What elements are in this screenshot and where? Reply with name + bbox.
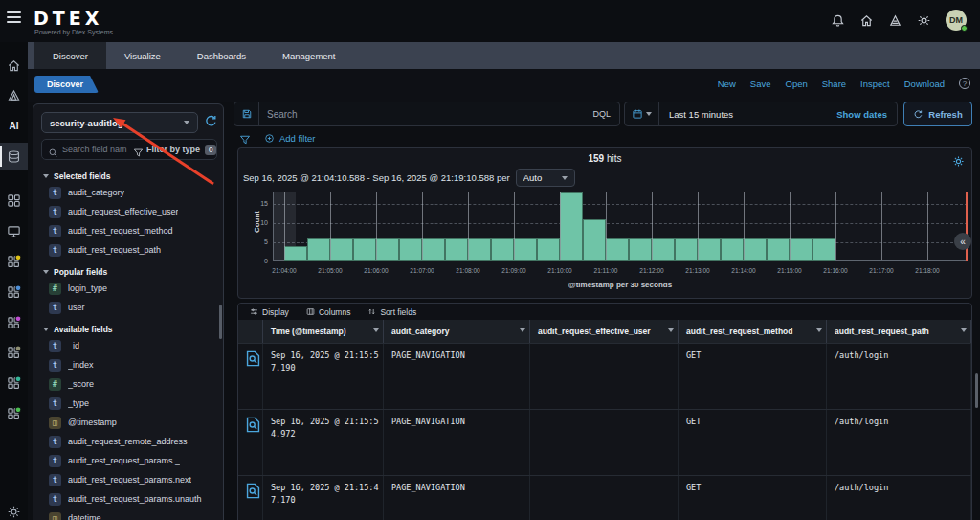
histogram-bar[interactable] (514, 238, 537, 261)
field-item[interactable]: tuser (33, 298, 223, 317)
column-header[interactable]: audit_rest_request_path (827, 320, 971, 343)
query-language-label[interactable]: DQL (592, 109, 619, 119)
calendar-icon[interactable] (625, 102, 659, 125)
field-item[interactable]: taudit_rest_request_method (33, 221, 223, 240)
expand-document-icon[interactable] (244, 426, 262, 436)
field-item[interactable]: taudit_rest_request_params._ (33, 451, 223, 470)
rail-item-workspace-blue[interactable] (0, 279, 28, 305)
rail-item-workspace-magenta[interactable] (0, 309, 28, 336)
download-link[interactable]: Download (904, 79, 945, 89)
histogram-bar[interactable] (491, 238, 514, 261)
table-toolbar-columns[interactable]: Columns (306, 307, 351, 317)
histogram-bar[interactable] (468, 238, 491, 261)
home-icon[interactable] (859, 13, 874, 28)
field-section-header[interactable]: Selected fields (43, 171, 223, 181)
add-filter-button[interactable]: Add filter (264, 133, 316, 144)
rail-item-devices[interactable] (0, 217, 28, 244)
field-item[interactable]: t_type (33, 394, 223, 413)
help-icon[interactable]: ? (959, 78, 970, 89)
inspect-link[interactable]: Inspect (860, 79, 890, 89)
histogram-bar[interactable] (744, 238, 767, 261)
field-item[interactable]: ◫datetime (33, 509, 223, 520)
histogram-bar[interactable] (353, 238, 376, 261)
column-header[interactable]: audit_request_effective_user (530, 320, 679, 343)
histogram-bar[interactable] (698, 238, 721, 261)
rail-item-alerting[interactable] (0, 81, 28, 108)
filter-by-type-button[interactable]: Filter by type 0 (133, 145, 216, 155)
table-toolbar-display[interactable]: Display (250, 307, 289, 317)
table-scrollbar[interactable] (975, 373, 978, 408)
column-header[interactable]: Time (@timestamp) (263, 320, 384, 343)
save-link[interactable]: Save (750, 79, 771, 89)
open-link[interactable]: Open (786, 79, 808, 89)
histogram-bar[interactable] (813, 238, 835, 261)
filter-funnel-icon[interactable] (239, 132, 251, 144)
field-item[interactable]: taudit_rest_request_params.unauth (33, 489, 223, 509)
histogram-bar[interactable] (606, 238, 629, 261)
histogram-bar[interactable] (767, 238, 790, 261)
histogram-bar[interactable] (721, 238, 744, 261)
table-toolbar-sort-fields[interactable]: Sort fields (368, 307, 416, 317)
tab-visualize[interactable]: Visualize (106, 42, 179, 69)
field-section-header[interactable]: Available fields (43, 325, 223, 334)
field-item[interactable]: ◫@timestamp (33, 413, 223, 432)
new-link[interactable]: New (718, 79, 736, 89)
chart-options-gear-icon[interactable] (952, 154, 965, 167)
field-search-input[interactable] (62, 145, 131, 154)
column-header[interactable]: audit_rest_request_method (679, 320, 827, 343)
interval-select[interactable]: Auto (516, 169, 575, 187)
tab-discover[interactable]: Discover (34, 42, 106, 69)
rail-item-workspace-yellow[interactable] (0, 248, 28, 275)
field-item[interactable]: taudit_category (33, 183, 223, 202)
rail-item-workspace-teal[interactable] (0, 370, 28, 396)
rail-item-index-data[interactable] (0, 143, 28, 170)
rail-item-workspace-green[interactable] (0, 400, 28, 427)
field-item[interactable]: taudit_rest_request_path (33, 240, 223, 260)
breadcrumb[interactable]: Discover (34, 76, 99, 93)
histogram-bar[interactable] (537, 238, 560, 261)
gear-icon[interactable] (917, 13, 931, 28)
histogram-bar[interactable] (629, 238, 652, 261)
histogram-bar[interactable] (307, 238, 330, 261)
refresh-button[interactable]: Refresh (903, 102, 972, 126)
collapse-histogram-button[interactable]: « (954, 233, 971, 250)
time-range-label[interactable]: Last 15 minutes (659, 109, 836, 120)
expand-document-icon[interactable] (244, 492, 262, 502)
field-item[interactable]: taudit_request_remote_address (33, 432, 223, 451)
tab-management[interactable]: Management (264, 42, 353, 69)
field-item[interactable]: taudit_request_effective_user (33, 202, 223, 221)
expand-document-icon[interactable] (244, 360, 262, 370)
histogram-bar[interactable] (790, 238, 813, 261)
histogram-bar[interactable] (422, 238, 445, 261)
field-item[interactable]: t_id (33, 336, 223, 355)
field-item[interactable]: t_index (33, 355, 223, 374)
field-item[interactable]: taudit_rest_request_params.next (33, 470, 223, 489)
sidebar-scrollbar[interactable] (219, 305, 222, 339)
rail-settings-gear-icon[interactable] (0, 498, 28, 520)
histogram-bar[interactable] (560, 192, 583, 261)
histogram-bar[interactable] (445, 238, 468, 261)
field-item[interactable]: #_score (33, 374, 223, 394)
search-input[interactable] (259, 109, 592, 120)
tab-dashboards[interactable]: Dashboards (179, 42, 264, 69)
save-query-icon[interactable] (234, 102, 259, 125)
share-link[interactable]: Share (822, 79, 846, 89)
refresh-index-icon[interactable] (204, 114, 218, 128)
alerts-pyramid-icon[interactable] (888, 13, 902, 28)
histogram-bar[interactable] (652, 238, 675, 261)
bell-icon[interactable] (831, 13, 845, 28)
user-avatar[interactable]: DM (946, 10, 967, 31)
index-pattern-select[interactable]: security-auditlog (41, 112, 198, 133)
histogram-bar[interactable] (284, 246, 307, 261)
rail-item-workspace-olive[interactable] (0, 339, 28, 366)
rail-item-apps[interactable] (0, 187, 28, 214)
show-dates-button[interactable]: Show dates (836, 109, 897, 120)
histogram-bar[interactable] (330, 238, 353, 261)
rail-item-ai[interactable]: AI (0, 112, 28, 139)
column-header[interactable]: audit_category (384, 320, 530, 343)
histogram-bar[interactable] (583, 219, 606, 261)
histogram-bar[interactable] (675, 238, 698, 261)
rail-item-home[interactable] (0, 52, 28, 79)
histogram-bar[interactable] (376, 238, 399, 261)
field-item[interactable]: #login_type (33, 279, 223, 298)
